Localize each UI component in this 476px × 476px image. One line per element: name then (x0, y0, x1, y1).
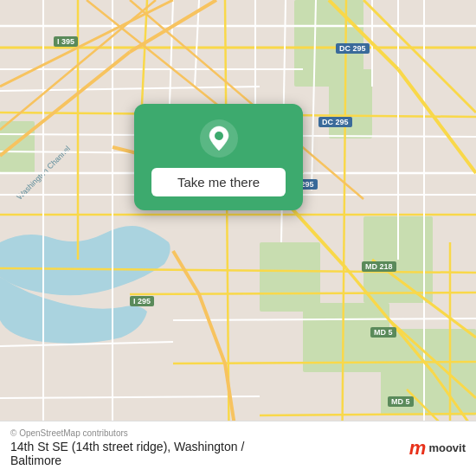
location-pin-icon (200, 119, 238, 158)
label-i395: I 395 (54, 36, 78, 47)
take-me-there-button[interactable]: Take me there (151, 168, 286, 196)
svg-rect-7 (0, 121, 35, 173)
location-info: © OpenStreetMap contributors 14th St SE … (10, 428, 244, 467)
label-md218: MD 218 (362, 261, 396, 272)
label-md5b: MD 5 (388, 396, 414, 407)
moovit-logo: m moovit (409, 437, 466, 460)
bottom-bar: © OpenStreetMap contributors 14th St SE … (0, 421, 476, 476)
location-city: Baltimore (10, 453, 244, 467)
popup-card: Take me there (134, 104, 303, 210)
moovit-initial: m (409, 437, 427, 460)
label-dc295a: DC 295 (336, 43, 370, 54)
label-dc295b: DC 295 (318, 117, 352, 127)
svg-rect-2 (329, 69, 372, 138)
label-i295: I 295 (130, 296, 154, 306)
svg-point-61 (215, 132, 223, 140)
location-name: 14th St SE (14th street ridge), Washingt… (10, 440, 244, 453)
svg-rect-3 (260, 242, 320, 312)
moovit-name: moovit (428, 441, 466, 454)
label-md5a: MD 5 (370, 327, 396, 338)
map-container: Washington Channel (0, 0, 476, 476)
copyright-text: © OpenStreetMap contributors (10, 428, 244, 438)
